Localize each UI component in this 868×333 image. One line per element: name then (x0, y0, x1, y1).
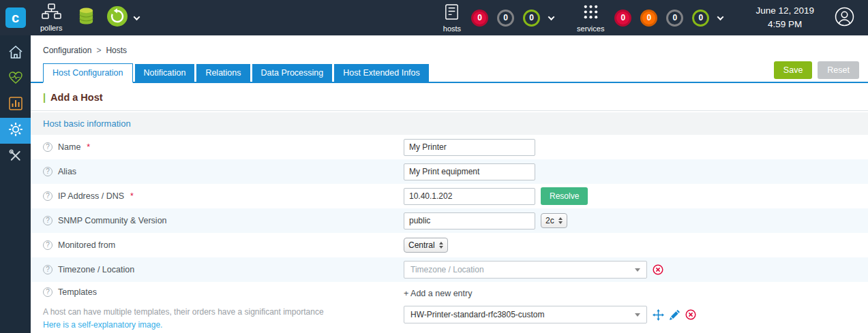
alias-label: Alias (58, 167, 76, 176)
chevron-down-icon[interactable] (717, 14, 724, 20)
breadcrumb: Configuration > Hosts (31, 35, 868, 61)
snmp-label: SNMP Community & Version (58, 216, 167, 225)
gear-icon (8, 122, 23, 140)
form-row-snmp: ? SNMP Community & Version 2c (31, 208, 868, 233)
main-content: Configuration > Hosts Host Configuration… (31, 35, 868, 333)
database-icon (78, 7, 94, 29)
hosts-down-badge[interactable]: 0 (471, 10, 488, 27)
database-status[interactable] (78, 7, 94, 29)
templates-label: Templates (58, 287, 97, 297)
current-time: 4:59 PM (755, 18, 814, 31)
resolve-button[interactable]: Resolve (541, 187, 588, 205)
pollers-icon (41, 3, 61, 22)
form-row-alias: ? Alias (31, 159, 868, 184)
title-accent-bar: | (43, 92, 46, 103)
sidebar-item-monitoring[interactable] (0, 66, 31, 92)
tab-actions: Save Reset (774, 61, 859, 79)
template-remove-button[interactable] (685, 309, 696, 320)
hosts-unreachable-badge[interactable]: 0 (497, 10, 514, 27)
required-marker: * (87, 142, 90, 152)
hosts-up-badge[interactable]: 0 (523, 10, 540, 27)
name-input[interactable] (404, 139, 535, 156)
alias-input[interactable] (404, 163, 535, 180)
chevron-down-icon[interactable] (134, 14, 140, 20)
form-row-monitored-from: ? Monitored from Central (31, 233, 868, 257)
templates-add-entry-link[interactable]: + Add a new entry (404, 287, 696, 306)
form-row-ip-address: ? IP Address / DNS * Resolve (31, 184, 868, 208)
template-edit-button[interactable] (670, 310, 680, 320)
help-icon[interactable]: ? (43, 167, 53, 176)
breadcrumb-item-hosts[interactable]: Hosts (106, 46, 127, 55)
form-row-templates: ? Templates A host can have multiple tem… (31, 282, 868, 333)
user-icon (835, 7, 854, 29)
ip-address-input[interactable] (404, 188, 535, 205)
user-menu[interactable] (835, 7, 854, 29)
pollers-label: pollers (40, 25, 62, 32)
template-select[interactable]: HW-Printer-standard-rfc3805-custom (404, 306, 647, 323)
datetime: June 12, 2019 4:59 PM (755, 4, 814, 31)
top-bar: c pollers (0, 0, 868, 35)
services-counters: services 0 0 0 0 (577, 3, 723, 33)
help-icon[interactable]: ? (43, 287, 53, 297)
required-marker: * (130, 191, 134, 201)
tab-host-configuration[interactable]: Host Configuration (43, 63, 133, 84)
hosts-status[interactable]: hosts (443, 3, 461, 33)
hosts-label: hosts (443, 25, 461, 33)
sidebar (0, 35, 31, 333)
pollers-status[interactable]: pollers (40, 3, 62, 32)
current-date: June 12, 2019 (755, 4, 814, 18)
form-row-name: ? Name * (31, 135, 868, 159)
chevron-down-icon[interactable] (548, 14, 555, 20)
template-move-handle[interactable] (653, 309, 664, 321)
ip-address-label: IP Address / DNS (58, 191, 124, 201)
snmp-community-input[interactable] (404, 212, 535, 229)
breadcrumb-item-configuration[interactable]: Configuration (43, 46, 91, 55)
snmp-version-value: 2c (545, 216, 554, 225)
template-selected-value: HW-Printer-standard-rfc3805-custom (410, 310, 635, 319)
services-ok-badge[interactable]: 0 (692, 10, 709, 27)
tab-relations[interactable]: Relations (196, 64, 250, 82)
help-icon[interactable]: ? (43, 265, 53, 274)
centreon-logo[interactable]: c (0, 0, 31, 35)
sync-icon (106, 5, 128, 30)
tools-icon (8, 148, 23, 165)
hosts-icon (443, 3, 460, 23)
sync-status[interactable] (106, 5, 139, 30)
services-label: services (577, 25, 604, 33)
chart-icon (9, 97, 23, 113)
form-row-timezone: ? Timezone / Location Timezone / Locatio… (31, 257, 868, 282)
services-unknown-badge[interactable]: 0 (666, 10, 683, 27)
reset-button[interactable]: Reset (818, 61, 859, 79)
timezone-select[interactable]: Timezone / Location (404, 261, 647, 279)
tab-bar: Host Configuration Notification Relation… (31, 61, 868, 83)
sidebar-item-administration[interactable] (0, 144, 31, 170)
templates-help-text: A host can have multiple templates, thei… (43, 306, 404, 319)
help-icon[interactable]: ? (43, 142, 53, 152)
snmp-version-select[interactable]: 2c (541, 213, 567, 228)
monitored-from-select[interactable]: Central (404, 238, 448, 253)
app-window: c pollers (0, 0, 868, 333)
sidebar-item-configuration[interactable] (0, 118, 31, 144)
tab-data-processing[interactable]: Data Processing (252, 64, 333, 82)
heart-pulse-icon (8, 71, 23, 87)
select-stepper-icon (439, 242, 443, 249)
sidebar-item-reporting[interactable] (0, 92, 31, 118)
select-stepper-icon (558, 217, 563, 224)
services-warning-badge[interactable]: 0 (640, 10, 657, 27)
templates-help-link[interactable]: Here is a self-explanatory image. (43, 319, 404, 332)
timezone-clear-button[interactable] (653, 264, 663, 275)
services-icon (582, 3, 599, 23)
sidebar-item-home[interactable] (0, 40, 31, 66)
services-status[interactable]: services (577, 3, 604, 33)
services-critical-badge[interactable]: 0 (614, 10, 631, 27)
home-icon (8, 45, 23, 62)
save-button[interactable]: Save (774, 61, 813, 79)
section-host-basic-information: Host basic information (31, 112, 868, 135)
tab-notification[interactable]: Notification (135, 64, 195, 82)
tab-host-extended-infos[interactable]: Host Extended Infos (334, 64, 429, 82)
hosts-counters: hosts 0 0 0 (443, 3, 554, 33)
monitored-from-value: Central (408, 240, 435, 250)
help-icon[interactable]: ? (43, 240, 53, 250)
help-icon[interactable]: ? (43, 191, 53, 201)
help-icon[interactable]: ? (43, 216, 53, 225)
